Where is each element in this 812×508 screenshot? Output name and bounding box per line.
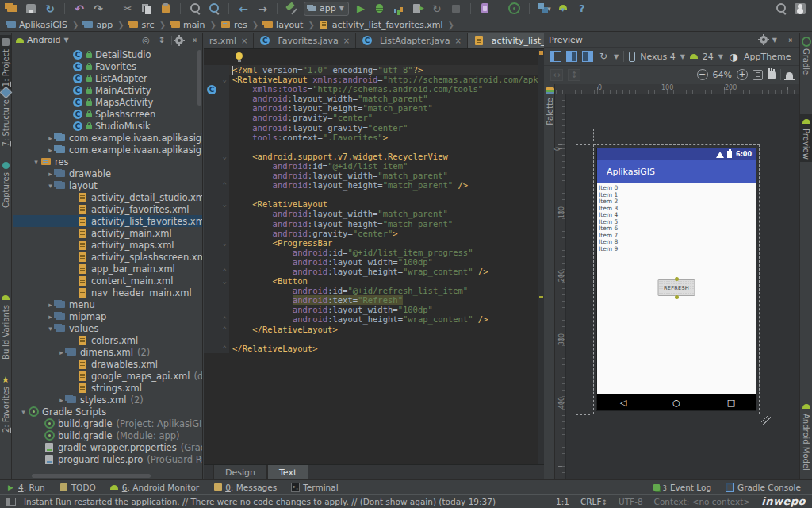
design-blueprint-surface-icon[interactable] xyxy=(566,51,577,62)
tree-item[interactable]: ListAdapter xyxy=(13,72,202,84)
code-editor[interactable]: C <?xml version="1.0" encoding="utf-8"?>… xyxy=(204,49,544,464)
tree-collapsed-arrow-icon[interactable]: ▸ xyxy=(46,170,55,178)
breadcrumb-item[interactable]: layout xyxy=(262,20,304,30)
tree-item[interactable]: activity_favorites.xml xyxy=(13,203,202,215)
tree-collapsed-arrow-icon[interactable]: ▸ xyxy=(57,348,66,356)
tool-window-button--run[interactable]: 4: Run xyxy=(6,483,45,492)
editor-error-stripe[interactable] xyxy=(538,49,544,464)
tree-item[interactable]: activity_maps.xml xyxy=(13,239,202,251)
tree-item[interactable]: activity_list_favorites.xml xyxy=(13,215,202,227)
tree-item[interactable]: build.gradle(Project: AplikasiGIS) xyxy=(13,418,202,429)
tool-window-switcher-icon[interactable] xyxy=(6,498,16,506)
design-surface-icon[interactable] xyxy=(550,51,561,62)
tree-item[interactable]: ▸mipmap xyxy=(13,310,202,322)
find-icon[interactable] xyxy=(188,2,202,16)
device-selector[interactable]: Nexus 4 xyxy=(640,52,676,62)
error-stripe-mark[interactable] xyxy=(539,51,543,55)
encoding-indicator[interactable]: UTF-8 xyxy=(619,497,643,506)
breadcrumb-item[interactable]: app xyxy=(82,20,114,30)
tree-expanded-arrow-icon[interactable]: ▾ xyxy=(32,158,40,166)
editor-tab[interactable]: Favorites.java× xyxy=(254,33,356,48)
tree-item[interactable]: ▾Gradle Scripts xyxy=(13,406,202,418)
run-icon[interactable] xyxy=(354,2,368,16)
notifications-bell-icon[interactable] xyxy=(786,72,793,79)
redo-icon[interactable] xyxy=(91,2,105,16)
tree-item[interactable]: ▸com.example.ivaan.aplikasigis(androidTe… xyxy=(13,132,202,144)
tree-collapsed-arrow-icon[interactable]: ▸ xyxy=(46,134,55,142)
avatar[interactable] xyxy=(793,2,807,16)
locate-file-icon[interactable]: ◎ xyxy=(140,35,152,45)
tree-item[interactable]: strings.xml xyxy=(13,382,202,394)
pan-hand-icon[interactable] xyxy=(768,71,776,79)
tree-expanded-arrow-icon[interactable]: ▾ xyxy=(19,408,28,416)
tab-text[interactable]: Text xyxy=(267,465,308,479)
tree-item[interactable]: Favorites xyxy=(13,60,202,72)
tree-item[interactable]: colors.xml xyxy=(13,334,202,346)
tool-window-button-gradle-console[interactable]: Gradle Console xyxy=(726,483,801,492)
forward-icon[interactable] xyxy=(255,2,270,16)
tree-item[interactable]: ▸dimens.xml(2) xyxy=(13,346,202,358)
tool-window-button--messages[interactable]: 0: Messages xyxy=(213,483,277,492)
stop-icon[interactable] xyxy=(449,2,463,16)
breadcrumb-item[interactable]: src xyxy=(128,20,156,30)
hide-panel-icon[interactable]: ⇥ xyxy=(186,35,199,45)
tree-item[interactable]: content_main.xml xyxy=(13,275,202,287)
editor-tab[interactable]: activity_list_favorites.xml× xyxy=(468,33,544,48)
paste-icon[interactable] xyxy=(159,2,173,16)
breadcrumb-item[interactable]: AplikasiGIS xyxy=(5,20,69,30)
tool-stripe-android-model[interactable]: Android Model xyxy=(800,399,812,473)
tree-item[interactable]: ▸menu xyxy=(13,298,202,310)
breadcrumb-item[interactable]: activity_list_favorites.xml xyxy=(318,20,445,30)
tree-item[interactable]: google_maps_api.xml(debug) xyxy=(13,370,202,382)
tool-window-button-terminal[interactable]: Terminal xyxy=(291,483,338,492)
build-icon[interactable] xyxy=(285,2,299,16)
tool-stripe--favorites[interactable]: 2: Favorites xyxy=(0,372,11,435)
zoom-to-fit-icon[interactable] xyxy=(753,70,763,80)
tree-item[interactable]: build.gradle(Module: app) xyxy=(13,429,202,441)
caret-position[interactable]: 1:1 xyxy=(556,497,569,506)
error-stripe-mark[interactable] xyxy=(539,296,543,298)
tree-item[interactable]: ▾res xyxy=(13,156,202,167)
attach-icon[interactable] xyxy=(411,2,425,16)
tree-item[interactable]: ▾values xyxy=(13,322,202,334)
sync-icon[interactable] xyxy=(43,2,57,16)
orientation-icon[interactable] xyxy=(598,51,609,62)
tree-item[interactable]: gradle-wrapper.properties(Gradle Version… xyxy=(13,441,202,453)
copy-icon[interactable] xyxy=(140,2,154,16)
tree-item[interactable]: activity_splashscreen.xml xyxy=(13,251,202,263)
restart-icon[interactable] xyxy=(430,2,444,16)
help-icon[interactable] xyxy=(575,2,589,16)
tool-window-button-todo[interactable]: TODO xyxy=(59,483,96,492)
tree-item[interactable]: ▸drawable xyxy=(13,167,202,179)
tab-design[interactable]: Design xyxy=(213,465,267,479)
tree-expanded-arrow-icon[interactable]: ▾ xyxy=(46,325,55,333)
tree-item[interactable]: app_bar_main.xml xyxy=(13,263,202,275)
tree-item[interactable]: drawables.xml xyxy=(13,358,202,370)
tool-stripe-captures[interactable]: Captures xyxy=(0,158,11,210)
hide-panel-icon[interactable]: ⇥ xyxy=(782,35,795,45)
intention-bulb-icon[interactable] xyxy=(236,52,243,60)
preview-canvas[interactable]: Palette 0100200 0100200300400 6:00 Aplik… xyxy=(544,84,799,479)
run-configuration-selector[interactable]: app▼ xyxy=(304,2,349,16)
theme-selector[interactable]: AppTheme xyxy=(744,52,791,62)
save-icon[interactable] xyxy=(24,2,38,16)
resize-handle-icon[interactable] xyxy=(761,416,771,425)
avd-icon[interactable] xyxy=(556,2,570,16)
close-icon[interactable]: × xyxy=(343,37,350,45)
refresh-button[interactable]: REFRESH xyxy=(658,279,695,296)
tree-collapsed-arrow-icon[interactable]: ▸ xyxy=(46,146,55,154)
editor-tab[interactable]: rs.xml× xyxy=(204,33,254,48)
zoom-out-icon[interactable]: − xyxy=(697,69,708,80)
close-icon[interactable]: × xyxy=(241,37,247,45)
tree-vertical-scrollbar[interactable] xyxy=(197,50,201,106)
tool-stripe--project[interactable]: 1: Project xyxy=(0,35,11,89)
open-folder-icon[interactable] xyxy=(5,2,19,16)
line-separator-indicator[interactable]: CRLF↕ xyxy=(580,497,607,506)
tree-item[interactable]: activity_main.xml xyxy=(13,227,202,239)
tool-stripe--structure[interactable]: 7: Structure xyxy=(0,85,11,148)
tree-horizontal-scrollbar[interactable] xyxy=(32,474,151,478)
cut-icon[interactable] xyxy=(121,2,135,16)
gear-icon[interactable] xyxy=(175,37,183,44)
tree-item[interactable]: ▾layout xyxy=(13,179,202,191)
tree-item[interactable]: proguard-rules.pro(ProGuard Rules for xyxy=(13,453,202,465)
